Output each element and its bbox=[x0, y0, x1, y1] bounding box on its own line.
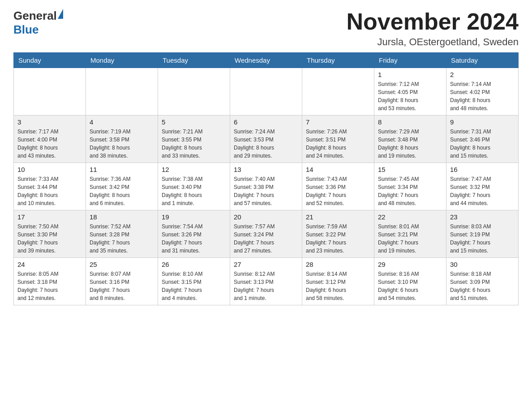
day-info: Sunrise: 7:29 AM Sunset: 3:48 PM Dayligh… bbox=[378, 128, 442, 160]
calendar-cell bbox=[14, 68, 86, 116]
day-info: Sunrise: 7:57 AM Sunset: 3:24 PM Dayligh… bbox=[234, 223, 298, 255]
calendar-cell: 24Sunrise: 8:05 AM Sunset: 3:18 PM Dayli… bbox=[14, 258, 86, 305]
calendar-cell: 27Sunrise: 8:12 AM Sunset: 3:13 PM Dayli… bbox=[230, 258, 302, 305]
calendar-cell: 15Sunrise: 7:45 AM Sunset: 3:34 PM Dayli… bbox=[374, 163, 446, 210]
calendar-cell: 12Sunrise: 7:38 AM Sunset: 3:40 PM Dayli… bbox=[158, 163, 230, 210]
calendar-cell bbox=[158, 68, 230, 116]
calendar-cell: 22Sunrise: 8:01 AM Sunset: 3:21 PM Dayli… bbox=[374, 210, 446, 258]
calendar-header-saturday: Saturday bbox=[446, 53, 519, 68]
day-number: 12 bbox=[162, 166, 226, 173]
calendar-cell: 26Sunrise: 8:10 AM Sunset: 3:15 PM Dayli… bbox=[158, 258, 230, 305]
day-number: 25 bbox=[90, 261, 154, 268]
day-info: Sunrise: 7:54 AM Sunset: 3:26 PM Dayligh… bbox=[162, 223, 226, 255]
day-number: 15 bbox=[378, 166, 442, 173]
day-number: 24 bbox=[17, 261, 82, 268]
calendar-title: November 2024 bbox=[347, 9, 519, 34]
calendar-cell bbox=[230, 68, 302, 116]
calendar-week-row: 3Sunrise: 7:17 AM Sunset: 4:00 PM Daylig… bbox=[14, 116, 519, 163]
day-info: Sunrise: 7:36 AM Sunset: 3:42 PM Dayligh… bbox=[90, 175, 154, 207]
calendar-cell: 13Sunrise: 7:40 AM Sunset: 3:38 PM Dayli… bbox=[230, 163, 302, 210]
calendar-table: SundayMondayTuesdayWednesdayThursdayFrid… bbox=[13, 52, 519, 305]
day-number: 9 bbox=[450, 118, 515, 126]
calendar-cell: 7Sunrise: 7:26 AM Sunset: 3:51 PM Daylig… bbox=[302, 116, 374, 163]
day-info: Sunrise: 7:40 AM Sunset: 3:38 PM Dayligh… bbox=[234, 175, 298, 207]
calendar-cell: 6Sunrise: 7:24 AM Sunset: 3:53 PM Daylig… bbox=[230, 116, 302, 163]
day-info: Sunrise: 8:14 AM Sunset: 3:12 PM Dayligh… bbox=[306, 270, 370, 302]
calendar-subtitle: Jursla, OEstergoetland, Sweden bbox=[347, 36, 519, 48]
calendar-cell: 9Sunrise: 7:31 AM Sunset: 3:46 PM Daylig… bbox=[446, 116, 519, 163]
day-number: 20 bbox=[234, 213, 298, 221]
calendar-header-friday: Friday bbox=[374, 53, 446, 68]
calendar-header-row: SundayMondayTuesdayWednesdayThursdayFrid… bbox=[14, 53, 519, 68]
calendar-cell: 30Sunrise: 8:18 AM Sunset: 3:09 PM Dayli… bbox=[446, 258, 519, 305]
day-info: Sunrise: 7:17 AM Sunset: 4:00 PM Dayligh… bbox=[17, 128, 82, 160]
day-number: 11 bbox=[90, 166, 154, 173]
calendar-cell: 4Sunrise: 7:19 AM Sunset: 3:58 PM Daylig… bbox=[86, 116, 158, 163]
day-info: Sunrise: 7:50 AM Sunset: 3:30 PM Dayligh… bbox=[17, 223, 82, 255]
day-number: 5 bbox=[162, 118, 226, 126]
day-info: Sunrise: 8:18 AM Sunset: 3:09 PM Dayligh… bbox=[450, 270, 515, 302]
day-info: Sunrise: 7:21 AM Sunset: 3:55 PM Dayligh… bbox=[162, 128, 226, 160]
calendar-header-tuesday: Tuesday bbox=[158, 53, 230, 68]
calendar-cell: 5Sunrise: 7:21 AM Sunset: 3:55 PM Daylig… bbox=[158, 116, 230, 163]
day-number: 22 bbox=[378, 213, 442, 221]
calendar-header-wednesday: Wednesday bbox=[230, 53, 302, 68]
logo-blue-text: Blue bbox=[13, 23, 63, 37]
day-number: 28 bbox=[306, 261, 370, 268]
title-block: November 2024 Jursla, OEstergoetland, Sw… bbox=[347, 9, 519, 48]
day-info: Sunrise: 7:52 AM Sunset: 3:28 PM Dayligh… bbox=[90, 223, 154, 255]
day-number: 19 bbox=[162, 213, 226, 221]
day-number: 21 bbox=[306, 213, 370, 221]
day-info: Sunrise: 7:14 AM Sunset: 4:02 PM Dayligh… bbox=[450, 80, 515, 112]
logo-triangle-icon bbox=[58, 9, 63, 19]
day-info: Sunrise: 8:01 AM Sunset: 3:21 PM Dayligh… bbox=[378, 223, 442, 255]
calendar-cell: 28Sunrise: 8:14 AM Sunset: 3:12 PM Dayli… bbox=[302, 258, 374, 305]
day-info: Sunrise: 7:19 AM Sunset: 3:58 PM Dayligh… bbox=[90, 128, 154, 160]
calendar-cell: 10Sunrise: 7:33 AM Sunset: 3:44 PM Dayli… bbox=[14, 163, 86, 210]
day-number: 3 bbox=[17, 118, 82, 126]
day-number: 23 bbox=[450, 213, 515, 221]
calendar-cell: 14Sunrise: 7:43 AM Sunset: 3:36 PM Dayli… bbox=[302, 163, 374, 210]
calendar-cell: 19Sunrise: 7:54 AM Sunset: 3:26 PM Dayli… bbox=[158, 210, 230, 258]
logo: General Blue bbox=[13, 9, 63, 37]
day-number: 6 bbox=[234, 118, 298, 126]
day-info: Sunrise: 7:59 AM Sunset: 3:22 PM Dayligh… bbox=[306, 223, 370, 255]
day-number: 4 bbox=[90, 118, 154, 126]
day-info: Sunrise: 7:38 AM Sunset: 3:40 PM Dayligh… bbox=[162, 175, 226, 207]
day-number: 2 bbox=[450, 71, 515, 78]
calendar-cell bbox=[302, 68, 374, 116]
day-number: 10 bbox=[17, 166, 82, 173]
logo-text: General Blue bbox=[13, 9, 63, 37]
day-number: 7 bbox=[306, 118, 370, 126]
day-number: 8 bbox=[378, 118, 442, 126]
calendar-cell: 23Sunrise: 8:03 AM Sunset: 3:19 PM Dayli… bbox=[446, 210, 519, 258]
calendar-week-row: 24Sunrise: 8:05 AM Sunset: 3:18 PM Dayli… bbox=[14, 258, 519, 305]
day-info: Sunrise: 8:16 AM Sunset: 3:10 PM Dayligh… bbox=[378, 270, 442, 302]
calendar-cell: 25Sunrise: 8:07 AM Sunset: 3:16 PM Dayli… bbox=[86, 258, 158, 305]
calendar-cell: 29Sunrise: 8:16 AM Sunset: 3:10 PM Dayli… bbox=[374, 258, 446, 305]
calendar-cell: 18Sunrise: 7:52 AM Sunset: 3:28 PM Dayli… bbox=[86, 210, 158, 258]
day-info: Sunrise: 7:31 AM Sunset: 3:46 PM Dayligh… bbox=[450, 128, 515, 160]
day-info: Sunrise: 7:47 AM Sunset: 3:32 PM Dayligh… bbox=[450, 175, 515, 207]
calendar-week-row: 1Sunrise: 7:12 AM Sunset: 4:05 PM Daylig… bbox=[14, 68, 519, 116]
day-info: Sunrise: 7:43 AM Sunset: 3:36 PM Dayligh… bbox=[306, 175, 370, 207]
day-number: 17 bbox=[17, 213, 82, 221]
day-number: 13 bbox=[234, 166, 298, 173]
calendar-cell: 21Sunrise: 7:59 AM Sunset: 3:22 PM Dayli… bbox=[302, 210, 374, 258]
day-number: 14 bbox=[306, 166, 370, 173]
day-info: Sunrise: 7:26 AM Sunset: 3:51 PM Dayligh… bbox=[306, 128, 370, 160]
day-info: Sunrise: 7:45 AM Sunset: 3:34 PM Dayligh… bbox=[378, 175, 442, 207]
logo-general-text: General bbox=[13, 9, 57, 23]
day-number: 18 bbox=[90, 213, 154, 221]
calendar-cell bbox=[86, 68, 158, 116]
calendar-cell: 11Sunrise: 7:36 AM Sunset: 3:42 PM Dayli… bbox=[86, 163, 158, 210]
calendar-cell: 16Sunrise: 7:47 AM Sunset: 3:32 PM Dayli… bbox=[446, 163, 519, 210]
calendar-cell: 3Sunrise: 7:17 AM Sunset: 4:00 PM Daylig… bbox=[14, 116, 86, 163]
day-info: Sunrise: 8:12 AM Sunset: 3:13 PM Dayligh… bbox=[234, 270, 298, 302]
day-number: 27 bbox=[234, 261, 298, 268]
day-info: Sunrise: 8:07 AM Sunset: 3:16 PM Dayligh… bbox=[90, 270, 154, 302]
day-number: 29 bbox=[378, 261, 442, 268]
day-number: 1 bbox=[378, 71, 442, 78]
day-info: Sunrise: 8:03 AM Sunset: 3:19 PM Dayligh… bbox=[450, 223, 515, 255]
page-header: General Blue November 2024 Jursla, OEste… bbox=[13, 9, 519, 48]
